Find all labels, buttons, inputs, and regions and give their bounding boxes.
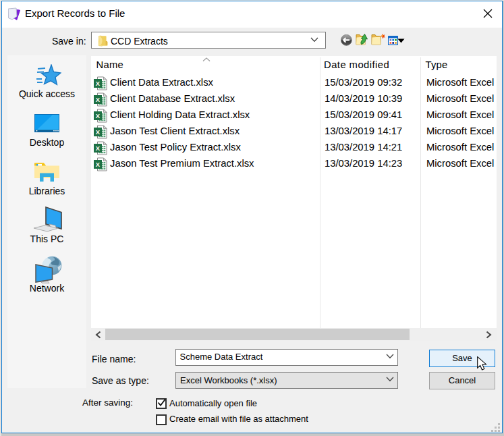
svg-text:X: X: [96, 112, 101, 119]
svg-text:X: X: [96, 80, 101, 87]
svg-text:X: X: [96, 128, 101, 136]
svg-text:X: X: [96, 96, 101, 103]
svg-text:X: X: [96, 144, 101, 152]
svg-text:X: X: [96, 161, 101, 168]
